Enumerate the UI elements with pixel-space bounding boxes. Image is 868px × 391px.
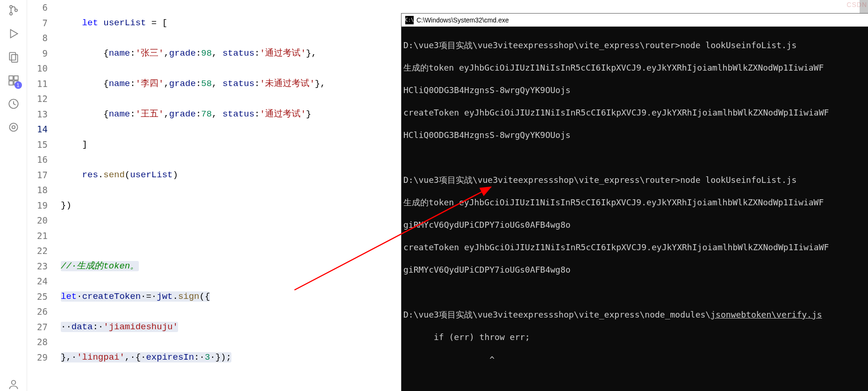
svg-rect-7 [9, 81, 13, 85]
extensions-icon[interactable]: 1 [7, 74, 20, 87]
svg-point-2 [14, 9, 17, 11]
timeline-icon[interactable] [7, 97, 20, 110]
line-number-gutter: 6 7 8 9 10 11 12 13 14 15 16 17 18 19 20… [27, 0, 61, 391]
svg-point-11 [9, 123, 17, 131]
svg-point-13 [11, 380, 15, 384]
watermark: CSDN [846, 1, 867, 8]
run-debug-icon[interactable] [7, 27, 20, 40]
svg-rect-6 [9, 76, 13, 80]
source-control-icon[interactable] [7, 4, 20, 17]
cmd-icon: C:\ [405, 16, 414, 24]
svg-rect-9 [14, 76, 18, 80]
accounts-icon[interactable] [7, 378, 20, 391]
activity-bar: 1 [0, 0, 27, 391]
explorer-files-icon[interactable] [7, 51, 20, 64]
terminal-output[interactable]: D:\vue3项目实战\vue3viteexpressshop\vite_exp… [402, 27, 868, 391]
svg-marker-3 [10, 29, 17, 37]
svg-rect-4 [9, 52, 15, 60]
ai-chat-icon[interactable] [7, 121, 20, 134]
terminal-title: C:\Windows\System32\cmd.exe [416, 16, 509, 24]
terminal-titlebar[interactable]: C:\ C:\Windows\System32\cmd.exe [402, 14, 868, 27]
terminal-window: C:\ C:\Windows\System32\cmd.exe D:\vue3项… [401, 13, 868, 391]
svg-rect-5 [11, 55, 17, 62]
extensions-badge: 1 [14, 81, 22, 89]
svg-point-1 [9, 13, 12, 15]
svg-point-12 [12, 126, 15, 129]
svg-point-0 [9, 6, 12, 8]
